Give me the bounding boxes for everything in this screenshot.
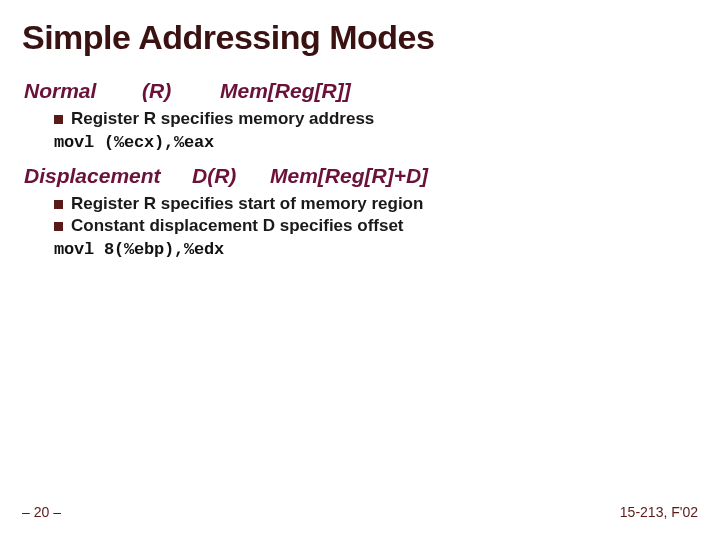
- section-label: Displacement: [24, 164, 192, 188]
- slide: Simple Addressing Modes Normal (R) Mem[R…: [0, 0, 720, 540]
- code-example: movl (%ecx),%eax: [54, 133, 698, 152]
- bullet-text: Register R specifies start of memory reg…: [71, 194, 423, 214]
- bullet-text: Constant displacement D specifies offset: [71, 216, 404, 236]
- slide-title: Simple Addressing Modes: [22, 18, 698, 57]
- bullet-text: Register R specifies memory address: [71, 109, 374, 129]
- bullet-item: Constant displacement D specifies offset: [54, 216, 698, 236]
- bullet-item: Register R specifies memory address: [54, 109, 698, 129]
- section-heading-displacement: Displacement D(R) Mem[Reg[R]+D]: [24, 164, 698, 188]
- section-heading-normal: Normal (R) Mem[Reg[R]]: [24, 79, 698, 103]
- course-footer: 15-213, F'02: [620, 504, 698, 520]
- content-area: Normal (R) Mem[Reg[R]] Register R specif…: [22, 57, 698, 259]
- square-bullet-icon: [54, 115, 63, 124]
- section-syntax: (R): [142, 79, 220, 103]
- bullet-item: Register R specifies start of memory reg…: [54, 194, 698, 214]
- square-bullet-icon: [54, 200, 63, 209]
- square-bullet-icon: [54, 222, 63, 231]
- section-label: Normal: [24, 79, 142, 103]
- section-semantics: Mem[Reg[R]]: [220, 79, 351, 103]
- section-semantics: Mem[Reg[R]+D]: [270, 164, 428, 188]
- page-number: – 20 –: [22, 504, 61, 520]
- section-syntax: D(R): [192, 164, 270, 188]
- code-example: movl 8(%ebp),%edx: [54, 240, 698, 259]
- section-body-displacement: Register R specifies start of memory reg…: [24, 194, 698, 259]
- section-body-normal: Register R specifies memory address movl…: [24, 109, 698, 152]
